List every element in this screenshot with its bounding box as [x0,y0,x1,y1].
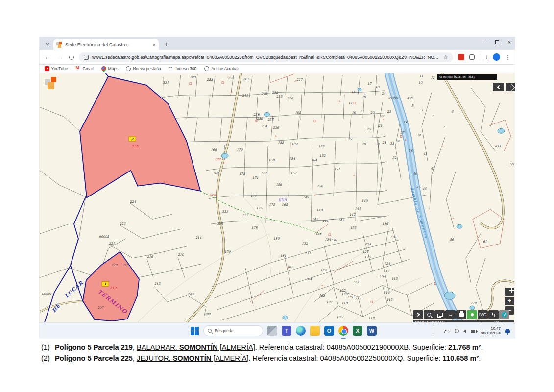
route-button[interactable] [488,310,499,319]
parcel-label: 243 [242,77,249,81]
print-button[interactable] [456,310,466,319]
parcel-label: 12 [431,76,435,80]
pin-icon [471,313,474,316]
bookmark-youtube[interactable]: YouTube [45,66,68,71]
notifications-bell-icon[interactable] [505,329,510,333]
parcel-label: 234 [261,124,267,128]
forward-button[interactable]: → [56,53,64,61]
parcel-label: 238 [253,113,260,117]
layers-button[interactable] [434,310,445,319]
downloads-icon[interactable]: ↓ [485,54,488,60]
battery-icon[interactable] [471,330,477,333]
word-app-icon[interactable]: W [367,326,377,336]
parcel-label: 226 [287,97,293,100]
printer-icon [459,313,464,317]
taskbar-search[interactable]: Búsqueda [203,325,263,336]
youtube-icon [45,66,49,71]
speaker-icon[interactable] [463,329,466,333]
edge-app-icon[interactable] [296,326,306,336]
parcel-label: 178 [251,226,258,230]
parcel-label: 114 [384,291,390,294]
maximize-button[interactable] [495,40,499,44]
parcel-label: 005 [278,197,287,202]
info-button[interactable]: i [499,310,509,319]
ivg-button[interactable]: IVG [478,310,488,319]
bookmark-indeser360[interactable]: Indeser360 [169,66,197,71]
pdf-extension-icon[interactable] [458,54,464,60]
dots-icon [169,66,174,71]
tab-close-button[interactable]: × [153,42,156,48]
profile-avatar[interactable] [493,53,500,61]
parcel-label: 156 [276,183,282,187]
bookmark-maps[interactable]: Maps [101,66,119,71]
cadastral-reference: 04085A005002190000XB [327,343,409,351]
parcel-label: 112 [355,297,361,301]
parcel-label: 232 [272,91,278,95]
parcel-label: 1 [443,125,445,129]
parcel-label: 391 [508,162,514,166]
bookmark-nueva-pestaña[interactable]: Nueva pestaña [126,66,161,71]
parcel-label: 56 [450,238,454,242]
bookmark-label: Gmail [82,66,93,71]
menu-kebab-icon[interactable]: ⋮ [505,54,511,61]
reload-button[interactable] [69,55,74,60]
teams-app-icon[interactable]: T [282,326,291,336]
start-button[interactable] [191,327,199,335]
tab-search-button[interactable] [43,39,52,49]
site-info-icon[interactable] [84,55,89,60]
parcel-label: 11 [348,101,352,105]
fullscreen-button[interactable] [506,83,515,91]
parcel-label: 180 [273,237,280,241]
parcel-label: 182 [291,142,298,146]
tray-expand-button[interactable] [434,328,440,333]
parcel-label: 176 [256,206,263,210]
parcel-label: 152 [319,154,326,158]
parcel-label: 25 [348,137,352,141]
taskbar-clock[interactable]: 10:47 06/10/2024 [481,326,501,335]
new-tab-button[interactable]: + [162,40,170,49]
parcel-label: 40 [413,172,417,176]
parcel-label: 131 [305,251,311,255]
bookmark-gmail[interactable]: Gmail [75,66,93,71]
zoom-in-button[interactable]: + [505,297,514,305]
extensions-icon[interactable] [469,54,475,60]
parcel-label: 210 [178,253,184,257]
chrome-app-icon[interactable] [338,326,348,336]
windows-taskbar: Búsqueda T O X W 10:47 06/10/2024 [40,322,515,339]
tab-title: Sede Electrónica del Catastro - [65,42,150,47]
parcel-label: 60001 [42,292,52,296]
onedrive-icon[interactable] [444,330,450,333]
map-search-button[interactable] [424,310,434,319]
measure-button[interactable]: ↔ [445,310,456,319]
parcel-label: 171 [252,176,258,180]
parcel-label: 132 [302,242,308,245]
task-view-button[interactable] [267,326,277,336]
url-bar[interactable]: www1.sedecatastro.gob.es/Cartografia/map… [79,52,453,62]
bookmark-adobe-acrobat[interactable]: Adobe Acrobat [204,66,239,71]
excel-app-icon[interactable]: X [353,326,362,336]
parcel-label: 164 [311,158,317,162]
cadastral-map[interactable]: SOMONTÍN(ALMERÍA) + − ↔ IVG i 553645.15,… [40,73,515,322]
pin-tool-button[interactable] [467,310,477,319]
close-button[interactable]: × [508,39,511,45]
browser-tab[interactable]: Sede Electrónica del Catastro - × [53,39,159,50]
cadastral-reference: 04085A005002250000XQ [320,354,403,362]
file-explorer-icon[interactable] [310,326,320,336]
clock-time: 10:47 [481,326,501,331]
bookmark-star-icon[interactable]: ☆ [443,54,448,61]
parcel-label: 211 [195,236,201,240]
parcel-label: 115 [391,277,398,281]
expand-toolbar-button[interactable] [413,310,423,319]
panel-collapse-button[interactable] [493,83,504,91]
parcel-label: 117 [384,269,390,273]
map-canvas[interactable]: 3312882582562432272412422322332261052382… [40,73,515,322]
back-button[interactable]: ← [44,53,51,61]
parcel-label: 10 [418,81,423,85]
parcel-label: 130 [331,238,337,242]
pan-button[interactable] [505,288,514,296]
network-icon[interactable] [455,329,459,333]
outlook-app-icon[interactable]: O [324,326,334,336]
minimize-button[interactable]: – [483,39,486,45]
parcel-label: 151 [334,167,340,171]
parcel-label: 124 [384,262,390,266]
